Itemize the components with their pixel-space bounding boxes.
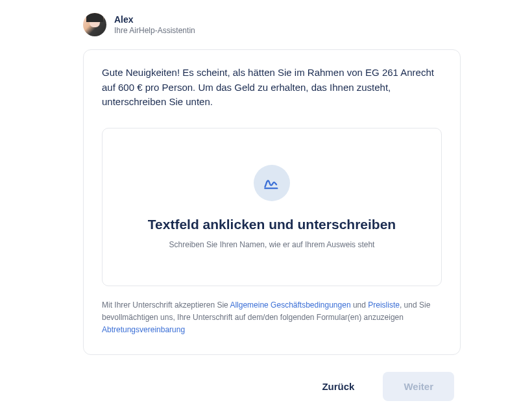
- assistant-header: Alex Ihre AirHelp-Assistentin: [83, 13, 461, 36]
- assistant-role: Ihre AirHelp-Assistentin: [114, 26, 195, 35]
- legal-pre: Mit Ihrer Unterschrift akzeptieren Sie: [102, 300, 230, 310]
- message-text: Gute Neuigkeiten! Es scheint, als hätten…: [102, 66, 442, 110]
- avatar: [83, 13, 106, 36]
- signature-subtitle: Schreiben Sie Ihren Namen, wie er auf Ih…: [115, 240, 428, 249]
- legal-and: und: [351, 300, 369, 310]
- legal-text: Mit Ihrer Unterschrift akzeptieren Sie A…: [102, 299, 442, 337]
- assignment-link[interactable]: Abtretungsvereinbarung: [102, 325, 185, 334]
- signature-title: Textfeld anklicken und unterschreiben: [115, 217, 428, 232]
- terms-link[interactable]: Allgemeine Geschäftsbedingungen: [230, 300, 350, 310]
- pricelist-link[interactable]: Preisliste: [368, 300, 400, 310]
- back-button[interactable]: Zurück: [306, 373, 370, 400]
- signature-field[interactable]: Textfeld anklicken und unterschreiben Sc…: [102, 128, 442, 286]
- signature-icon: [254, 165, 290, 201]
- assistant-name: Alex: [114, 14, 195, 25]
- main-card: Gute Neuigkeiten! Es scheint, als hätten…: [83, 49, 461, 355]
- next-button[interactable]: Weiter: [383, 372, 454, 401]
- footer-actions: Zurück Weiter: [83, 372, 461, 401]
